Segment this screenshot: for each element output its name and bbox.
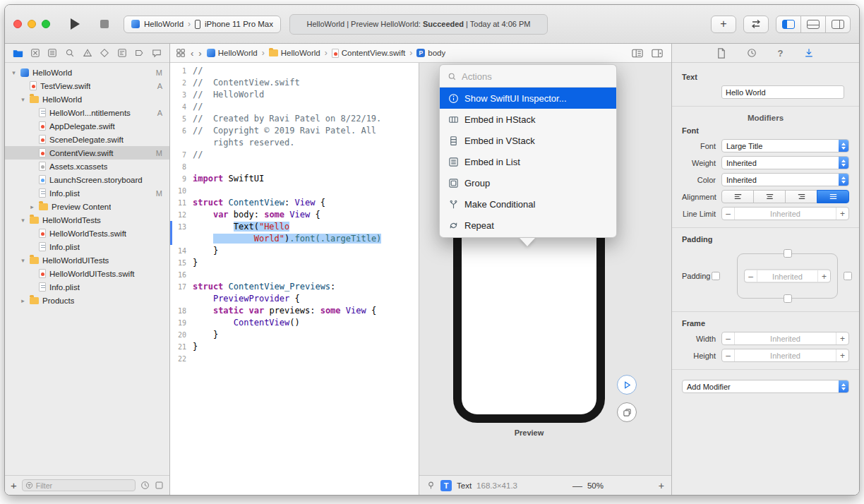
history-inspector-tab[interactable] bbox=[747, 48, 757, 58]
toggle-inspector-button[interactable] bbox=[825, 16, 851, 33]
code-line[interactable]: 1// bbox=[170, 65, 419, 77]
report-navigator-tab[interactable] bbox=[150, 46, 163, 60]
file-row-scenedelegate-swift[interactable]: SceneDelegate.swift bbox=[5, 133, 169, 146]
code-line[interactable]: 17struct ContentView_Previews: bbox=[170, 281, 419, 293]
find-navigator-tab[interactable] bbox=[64, 46, 76, 60]
disclosure-triangle[interactable]: ▾ bbox=[20, 217, 26, 224]
menu-item-group[interactable]: Group bbox=[440, 172, 616, 193]
add-modifier-popup[interactable]: Add Modifier bbox=[682, 380, 849, 393]
test-navigator-tab[interactable] bbox=[98, 46, 111, 60]
toggle-debug-area-button[interactable] bbox=[800, 16, 826, 33]
decrement-button[interactable]: – bbox=[722, 209, 734, 219]
code-line[interactable]: 22 bbox=[170, 353, 419, 365]
editor-mode-button[interactable] bbox=[743, 16, 769, 33]
file-row-helloworlduitests[interactable]: ▾HelloWorldUITests bbox=[5, 253, 169, 267]
code-line[interactable]: 9import SwiftUI bbox=[170, 173, 419, 185]
actions-search-input[interactable] bbox=[462, 71, 608, 82]
stop-button[interactable] bbox=[94, 14, 115, 34]
file-row-assets-xcassets[interactable]: Assets.xcassets bbox=[5, 160, 169, 173]
increment-button[interactable]: + bbox=[818, 271, 830, 281]
decrement-button[interactable]: – bbox=[722, 351, 734, 361]
menu-item-embed-in-vstack[interactable]: Embed in VStack bbox=[440, 130, 616, 151]
toggle-navigator-button[interactable] bbox=[776, 16, 801, 33]
code-line[interactable]: PreviewProvider { bbox=[170, 293, 419, 305]
run-button[interactable] bbox=[64, 14, 85, 34]
code-line[interactable]: 3// HelloWorld bbox=[170, 89, 419, 101]
disclosure-triangle[interactable]: ▸ bbox=[29, 203, 35, 210]
breadcrumb-item-helloworld[interactable]: HelloWorld bbox=[207, 49, 258, 57]
filter-input[interactable] bbox=[36, 481, 132, 490]
filter-field[interactable] bbox=[22, 479, 136, 491]
file-row-helloworlduitests-swift[interactable]: HelloWorldUITests.swift bbox=[5, 267, 169, 280]
pin-preview-button[interactable] bbox=[426, 481, 436, 490]
file-row-info-plist[interactable]: Info.plist bbox=[5, 240, 169, 253]
go-forward-button[interactable]: › bbox=[198, 48, 201, 59]
code-line[interactable]: 6// Copyright © 2019 Ravi Patel. All bbox=[170, 125, 419, 137]
file-inspector-tab[interactable] bbox=[717, 48, 726, 59]
menu-item-make-conditional[interactable]: Make Conditional bbox=[440, 193, 616, 215]
code-line[interactable]: 5// Created by Ravi Patel on 8/22/19. bbox=[170, 113, 419, 125]
file-row-appdelegate-swift[interactable]: AppDelegate.swift bbox=[5, 119, 169, 133]
source-control-status-button[interactable] bbox=[155, 481, 164, 490]
padding-top-checkbox[interactable] bbox=[784, 249, 792, 258]
debug-navigator-tab[interactable] bbox=[116, 46, 128, 60]
editor-options-button[interactable] bbox=[632, 49, 643, 58]
code-line[interactable]: 15} bbox=[170, 257, 419, 269]
code-line[interactable]: World").font(.largeTitle) bbox=[170, 233, 419, 245]
recent-files-button[interactable] bbox=[140, 481, 150, 490]
code-line[interactable]: 12 var body: some View { bbox=[170, 209, 419, 221]
code-line[interactable]: 2// ContentView.swift bbox=[170, 77, 419, 89]
scheme-selector[interactable]: HelloWorld › iPhone 11 Pro Max bbox=[124, 16, 281, 33]
disclosure-triangle[interactable]: ▾ bbox=[11, 69, 17, 76]
code-line[interactable]: 16 bbox=[170, 269, 419, 281]
code-line[interactable]: 8 bbox=[170, 161, 419, 173]
file-row-helloworldtests-swift[interactable]: HelloWorldTests.swift bbox=[5, 227, 169, 240]
go-back-button[interactable]: ‹ bbox=[191, 48, 193, 59]
file-row-launchscreen-storyboard[interactable]: LaunchScreen.storyboard bbox=[5, 173, 169, 186]
library-button[interactable]: + bbox=[711, 16, 736, 33]
align-inherited-button[interactable] bbox=[817, 190, 849, 203]
padding-value[interactable]: Inherited bbox=[757, 270, 818, 282]
height-value[interactable]: Inherited bbox=[734, 349, 836, 361]
code-line[interactable]: 21} bbox=[170, 341, 419, 353]
project-navigator-tab[interactable] bbox=[11, 46, 24, 60]
code-line[interactable]: 7// bbox=[170, 149, 419, 161]
related-items-button[interactable] bbox=[176, 48, 186, 58]
padding-trailing-checkbox[interactable] bbox=[844, 272, 852, 280]
quick-help-inspector-tab[interactable]: ? bbox=[778, 48, 784, 59]
minimize-button[interactable] bbox=[28, 20, 36, 28]
zoom-in-button[interactable]: + bbox=[659, 480, 664, 491]
align-left-button[interactable] bbox=[721, 190, 754, 203]
add-file-button[interactable]: + bbox=[11, 479, 17, 491]
file-row-info-plist[interactable]: Info.plist bbox=[5, 280, 169, 294]
file-row-preview-content[interactable]: ▸Preview Content bbox=[5, 200, 169, 213]
menu-item-embed-in-hstack[interactable]: Embed in HStack bbox=[440, 109, 616, 130]
live-preview-button[interactable] bbox=[617, 375, 637, 395]
decrement-button[interactable]: – bbox=[722, 334, 734, 344]
code-line[interactable]: 13 Text("Hello bbox=[170, 221, 419, 233]
code-line[interactable]: 10 bbox=[170, 185, 419, 197]
code-line[interactable]: 18 static var previews: some View { bbox=[170, 305, 419, 317]
align-right-button[interactable] bbox=[785, 190, 817, 203]
color-popup[interactable]: Inherited bbox=[721, 173, 849, 186]
increment-button[interactable]: + bbox=[836, 334, 848, 344]
zoom-out-button[interactable]: — bbox=[572, 480, 582, 491]
file-row-helloworld[interactable]: ▾HelloWorldM bbox=[5, 66, 169, 79]
font-popup[interactable]: Large Title bbox=[721, 139, 849, 152]
file-row-info-plist[interactable]: Info.plistM bbox=[5, 186, 169, 200]
line-limit-value[interactable]: Inherited bbox=[734, 208, 836, 220]
code-line[interactable]: rights reserved. bbox=[170, 137, 419, 149]
file-row-helloworld[interactable]: ▾HelloWorld bbox=[5, 92, 169, 106]
duplicate-preview-button[interactable] bbox=[617, 402, 637, 422]
code-line[interactable]: 19 ContentView() bbox=[170, 317, 419, 329]
add-editor-button[interactable] bbox=[652, 49, 663, 58]
padding-bottom-checkbox[interactable] bbox=[784, 294, 792, 303]
symbol-navigator-tab[interactable] bbox=[46, 46, 59, 60]
file-row-helloworl-ntitlements[interactable]: HelloWorl...ntitlementsA bbox=[5, 106, 169, 119]
menu-item-embed-in-list[interactable]: Embed in List bbox=[440, 151, 616, 172]
padding-checkbox[interactable] bbox=[712, 272, 720, 280]
align-center-button[interactable] bbox=[753, 190, 786, 203]
code-line[interactable]: 4// bbox=[170, 101, 419, 113]
breadcrumb-item-body[interactable]: Pbody bbox=[416, 49, 445, 57]
width-value[interactable]: Inherited bbox=[734, 332, 836, 344]
